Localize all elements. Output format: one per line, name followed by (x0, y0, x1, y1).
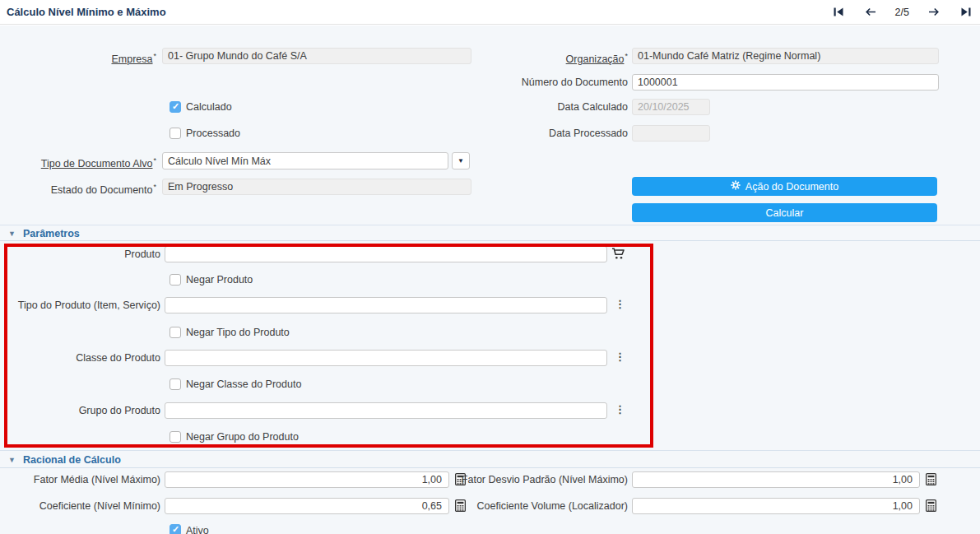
coeficiente-volume-label: Coeficiente Volume (Localizador) (461, 498, 628, 514)
coeficiente-minimo-label: Coeficiente (Nível Mínimo) (0, 498, 160, 514)
collapse-icon: ▼ (8, 225, 16, 242)
vertical-ellipsis-icon: ⋮ (615, 404, 625, 415)
negar-classe-produto-label: Negar Classe do Produto (186, 378, 301, 391)
calculado-checkbox[interactable] (170, 101, 181, 113)
calcular-button[interactable]: Calcular (632, 203, 937, 222)
empresa-label: Empresa* (0, 48, 156, 64)
vertical-ellipsis-icon: ⋮ (615, 299, 625, 309)
numero-documento-label: Número do Documento (461, 74, 628, 91)
produto-search-button[interactable] (611, 248, 625, 262)
negar-produto-checkbox[interactable] (170, 274, 181, 286)
classe-produto-label: Classe do Produto (0, 350, 160, 366)
calculator-icon (926, 473, 936, 488)
record-navigation: 2/5 (829, 0, 975, 25)
ativo-label: Ativo (186, 525, 209, 534)
estado-documento-label: Estado do Documento* (0, 179, 156, 195)
numero-documento-field[interactable] (632, 74, 939, 91)
fator-media-field[interactable] (165, 471, 449, 488)
racional-section-header[interactable]: ▼ Racional de Cálculo (0, 450, 980, 468)
negar-grupo-produto-checkbox[interactable] (170, 431, 181, 443)
grupo-produto-label: Grupo do Produto (0, 402, 160, 419)
record-position: 2/5 (894, 7, 911, 18)
collapse-icon: ▼ (8, 451, 16, 469)
tipo-produto-picker-button[interactable]: ⋮ (615, 299, 625, 309)
empresa-field[interactable] (162, 48, 471, 64)
classe-produto-field[interactable] (165, 350, 607, 366)
negar-grupo-produto-label: Negar Grupo do Produto (186, 431, 299, 443)
calculator-icon (926, 499, 936, 514)
first-record-icon (834, 7, 843, 19)
page-title: Cálculo Nível Mínimo e Máximo (7, 0, 166, 25)
first-record-button[interactable] (829, 5, 848, 21)
classe-produto-picker-button[interactable]: ⋮ (615, 351, 625, 362)
window: Cálculo Nível Mínimo e Máximo 2/5 Empres… (0, 0, 980, 534)
calcular-button-label: Calcular (766, 207, 804, 219)
tipo-produto-label: Tipo do Produto (Item, Serviço) (0, 297, 160, 313)
data-processado-label: Data Processado (461, 125, 628, 142)
coeficiente-volume-field[interactable] (632, 498, 920, 514)
tipo-documento-alvo-field[interactable] (162, 152, 448, 169)
negar-tipo-produto-label: Negar Tipo do Produto (186, 327, 290, 339)
negar-classe-produto-checkbox[interactable] (170, 378, 181, 390)
grupo-produto-field[interactable] (165, 402, 607, 419)
parametros-section-title: Parâmetros (23, 225, 80, 242)
tipo-documento-alvo-dropdown-button[interactable]: ▼ (452, 152, 470, 169)
shopping-cart-icon (611, 248, 625, 262)
coeficiente-minimo-field[interactable] (165, 498, 449, 514)
arrow-right-icon (928, 7, 940, 19)
processado-label: Processado (186, 128, 240, 140)
gear-icon (731, 180, 741, 193)
fator-media-label: Fator Média (Nível Máximo) (0, 471, 160, 488)
next-record-button[interactable] (924, 5, 944, 21)
last-record-icon (961, 7, 971, 19)
calculado-label: Calculado (186, 101, 232, 114)
ativo-checkbox[interactable] (170, 524, 181, 534)
required-marker: * (153, 156, 156, 165)
negar-produto-label: Negar Produto (186, 274, 253, 286)
parametros-section-header[interactable]: ▼ Parâmetros (0, 225, 980, 241)
fator-desvio-calculator-button[interactable] (926, 473, 936, 488)
negar-tipo-produto-checkbox[interactable] (170, 327, 181, 338)
tipo-documento-alvo-label: Tipo de Documento Alvo* (0, 152, 156, 169)
data-calculado-label: Data Calculado (461, 99, 628, 115)
racional-section-title: Racional de Cálculo (23, 451, 121, 469)
required-marker: * (625, 52, 628, 60)
coeficiente-volume-calculator-button[interactable] (926, 499, 936, 514)
acao-documento-button-label: Ação do Documento (745, 181, 838, 193)
produto-label: Produto (0, 246, 160, 262)
previous-record-button[interactable] (861, 5, 880, 21)
fator-desvio-label: Fator Desvio Padrão (Nível Máximo) (461, 471, 628, 488)
organizacao-field[interactable] (632, 48, 939, 64)
tipo-produto-field[interactable] (165, 297, 607, 313)
data-calculado-field (632, 99, 710, 115)
processado-checkbox[interactable] (170, 128, 181, 139)
arrow-left-icon (865, 7, 876, 19)
acao-documento-button[interactable]: Ação do Documento (632, 177, 937, 196)
estado-documento-field[interactable] (162, 179, 471, 195)
required-marker: * (153, 183, 156, 191)
fator-desvio-field[interactable] (632, 471, 920, 488)
required-marker: * (153, 52, 156, 60)
organizacao-label: Organização* (461, 48, 628, 64)
title-bar: Cálculo Nível Mínimo e Máximo 2/5 (0, 0, 980, 25)
grupo-produto-picker-button[interactable]: ⋮ (615, 404, 625, 415)
last-record-button[interactable] (957, 5, 975, 21)
chevron-down-icon: ▼ (457, 158, 464, 165)
data-processado-field (632, 125, 710, 142)
vertical-ellipsis-icon: ⋮ (615, 351, 625, 362)
produto-field[interactable] (165, 246, 607, 262)
